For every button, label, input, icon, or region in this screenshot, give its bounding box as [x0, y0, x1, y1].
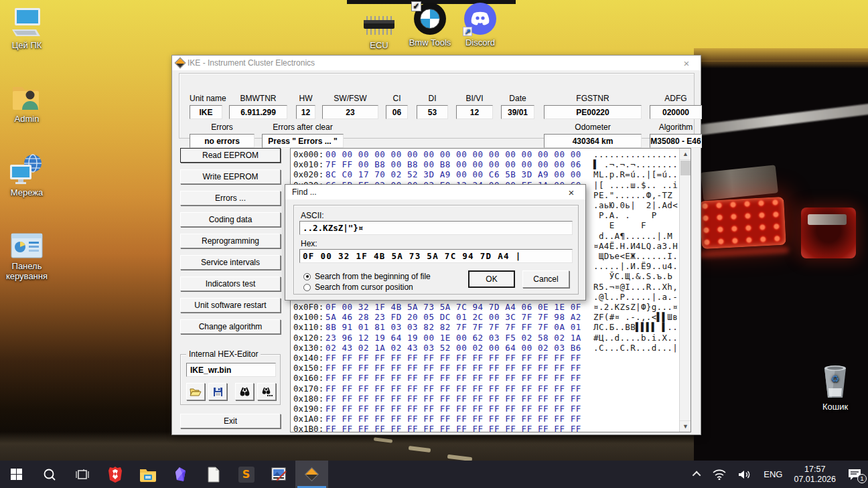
- hex-row[interactable]: 0x1A0:FF FF FF FF FF FF FF FF FF FF FF F…: [293, 414, 678, 424]
- wifi-icon: [713, 469, 726, 480]
- hex-row[interactable]: 0x100:5A 46 28 23 FD 20 05 DC 01 2C 00 3…: [293, 312, 678, 322]
- language-indicator[interactable]: ENG: [757, 461, 788, 488]
- header-field-ci: CI06: [386, 94, 408, 125]
- taskbar-brave-browser[interactable]: [98, 461, 131, 488]
- exit-button[interactable]: Exit: [180, 414, 281, 428]
- hex-ascii: |[ ....ш.$.. ..i: [593, 180, 678, 190]
- tray-volume[interactable]: [732, 461, 757, 488]
- hex-row[interactable]: 0x160:FF FF FF FF FF FF FF FF FF FF FF F…: [293, 373, 678, 383]
- notification-center-button[interactable]: 1: [841, 461, 868, 488]
- desktop-icon-admin[interactable]: Admin: [0, 79, 57, 124]
- reprogramming-button[interactable]: Reprogramming: [180, 234, 281, 248]
- header-field-bmwtnr: BMWTNR6.911.299: [229, 94, 287, 125]
- hex-row[interactable]: 0x170:FF FF FF FF FF FF FF FF FF FF FF F…: [293, 384, 678, 394]
- hex-row[interactable]: 0x140:FF FF FF FF FF FF FF FF FF FF FF F…: [293, 353, 678, 363]
- scroll-down-arrow[interactable]: ▼: [680, 420, 691, 432]
- ike-app-icon: [175, 58, 186, 69]
- desktop-icon-label: Мережа: [0, 187, 57, 197]
- ok-button[interactable]: OK: [468, 270, 515, 288]
- hex-row[interactable]: 0x020:8C C0 17 70 02 52 3D A9 00 00 C6 5…: [293, 169, 678, 179]
- hex-row[interactable]: 0x0F0:0F 00 32 1F 4B 5A 73 5A 7C 94 7D A…: [293, 302, 678, 312]
- hex-bytes: FF FF FF FF FF FF FF FF FF FF FF FF FF F…: [326, 404, 584, 414]
- hex-ascii: ................: [593, 149, 678, 159]
- action-button-column: Read EEPROMWrite EEPROMErrors ...Coding …: [180, 148, 281, 334]
- find-button[interactable]: [235, 383, 254, 400]
- find-dialog-titlebar[interactable]: Find ... ×: [285, 185, 585, 199]
- desktop-icon-discord[interactable]: ↗ Discord: [450, 3, 510, 48]
- errors-after-clear-label: Errors after clear: [262, 123, 344, 132]
- desktop-icon-label: Admin: [0, 114, 57, 124]
- desktop-icon-this-pc[interactable]: Цей ПК: [0, 5, 57, 50]
- radio-search-from-cursor[interactable]: Search from cursor position: [303, 282, 413, 292]
- change-algorithm-button[interactable]: Change algorithm: [180, 319, 281, 334]
- save-file-icon: [213, 387, 223, 397]
- taskbar-file-explorer[interactable]: [131, 461, 164, 488]
- desktop-icon-recycle-bin[interactable]: ♻ Кошик: [805, 367, 865, 412]
- hex-ascii: P.A. . P: [593, 210, 657, 220]
- hex-bytes: 23 96 12 19 64 19 00 1E 00 62 03 F5 02 5…: [326, 333, 584, 343]
- hex-filename-field[interactable]: IKE_wr.bin: [186, 363, 276, 377]
- hex-address: 0x020:: [293, 169, 326, 179]
- start-button[interactable]: [0, 461, 33, 488]
- taskbar-obsidian[interactable]: [164, 461, 197, 488]
- ascii-label: ASCII:: [301, 211, 324, 220]
- desktop-icon-network[interactable]: Мережа: [0, 153, 57, 197]
- hex-bytes: 02 43 02 1A 02 43 03 52 00 02 00 64 00 0…: [326, 343, 584, 353]
- field-value: 020000: [650, 105, 702, 119]
- hex-row[interactable]: 0x110:8B 91 01 81 03 03 82 82 7F 7F 7F 7…: [293, 322, 678, 332]
- window-close-button[interactable]: ×: [676, 58, 697, 69]
- scroll-thumb[interactable]: [680, 161, 691, 175]
- coding-data-button[interactable]: Coding data: [180, 212, 281, 227]
- taskbar-ike-tool-active[interactable]: [295, 461, 328, 488]
- hex-row[interactable]: 0x180:FF FF FF FF FF FF FF FF FF FF FF F…: [293, 394, 678, 404]
- taskbar-sublime-text[interactable]: S: [230, 461, 263, 488]
- hex-bytes: FF FF FF FF FF FF FF FF FF FF FF FF FF F…: [326, 384, 584, 394]
- hex-row[interactable]: 0x130:02 43 02 1A 02 43 03 52 00 02 00 6…: [293, 343, 678, 353]
- open-file-button[interactable]: [186, 383, 205, 400]
- speaker-icon: [738, 469, 751, 480]
- task-view-button[interactable]: [66, 461, 98, 488]
- hex-scrollbar[interactable]: ▲ ▼: [679, 149, 691, 432]
- hex-address: 0x110:: [293, 322, 326, 332]
- field-value: IKE: [190, 105, 222, 119]
- header-field-hw: HW12: [296, 94, 315, 125]
- field-label: CI: [386, 94, 408, 103]
- errors-label: Errors: [190, 123, 255, 132]
- hex-row[interactable]: 0x1B0:FF FF FF FF FF FF FF FF FF FF FF F…: [293, 424, 678, 432]
- clock-time: 17:57: [794, 465, 836, 475]
- tray-chevron-button[interactable]: [689, 461, 707, 488]
- find-next-button[interactable]: [257, 383, 276, 400]
- hex-row[interactable]: 0x010:7F FF 00 B8 00 B8 00 B8 00 00 00 0…: [293, 159, 678, 169]
- service-intervals-button[interactable]: Service intervals: [180, 255, 281, 270]
- radio-search-from-beginning[interactable]: Search from the beginning of file: [303, 272, 431, 281]
- desktop-icon-control-panel[interactable]: Панель керування: [0, 226, 59, 281]
- taskbar-paint-app[interactable]: [263, 461, 295, 488]
- hex-address: 0x1A0:: [293, 414, 326, 424]
- hex-ascii: d..A¶......|.M: [593, 231, 672, 241]
- hex-row[interactable]: 0x190:FF FF FF FF FF FF FF FF FF FF FF F…: [293, 404, 678, 414]
- ascii-search-input[interactable]: ..2.KZsZ|"}¤: [299, 221, 573, 235]
- read-eeprom-button[interactable]: Read EEPROM: [180, 148, 281, 163]
- taskbar-document-app[interactable]: [197, 461, 230, 488]
- hex-row[interactable]: 0x000:00 00 00 00 00 00 00 00 00 00 00 0…: [293, 149, 678, 159]
- write-eeprom-button[interactable]: Write EEPROM: [180, 169, 281, 184]
- hex-row[interactable]: 0x150:FF FF FF FF FF FF FF FF FF FF FF F…: [293, 363, 678, 373]
- errors-after-clear-value: Press " Errors ... ": [262, 134, 344, 148]
- hex-search-input[interactable]: 0F 00 32 1F 4B 5A 73 5A 7C 94 7D A4 |: [299, 249, 573, 263]
- hex-row[interactable]: 0x120:23 96 12 19 64 19 00 1E 00 62 03 F…: [293, 333, 678, 343]
- find-dialog-close-button[interactable]: ×: [561, 187, 581, 198]
- desktop-icon-label: Discord: [450, 37, 510, 48]
- field-label: Unit name: [190, 94, 222, 103]
- radio-button-selected-icon: [303, 273, 311, 280]
- ike-titlebar[interactable]: IKE - Instrument Cluster Electronics ×: [172, 56, 701, 70]
- taskbar-search-button[interactable]: [33, 461, 66, 488]
- tray-wifi[interactable]: [707, 461, 732, 488]
- indicators-test-button[interactable]: Indicators test: [180, 276, 281, 291]
- errors--button[interactable]: Errors ...: [180, 191, 281, 206]
- save-file-button[interactable]: [208, 383, 227, 400]
- taskbar-clock[interactable]: 17:57 07.01.2026: [788, 465, 841, 485]
- unit-software-restart-button[interactable]: Unit software restart: [180, 298, 281, 313]
- scroll-up-arrow[interactable]: ▲: [680, 149, 691, 160]
- find-next-icon: [261, 387, 273, 397]
- cancel-button[interactable]: Cancel: [522, 270, 569, 288]
